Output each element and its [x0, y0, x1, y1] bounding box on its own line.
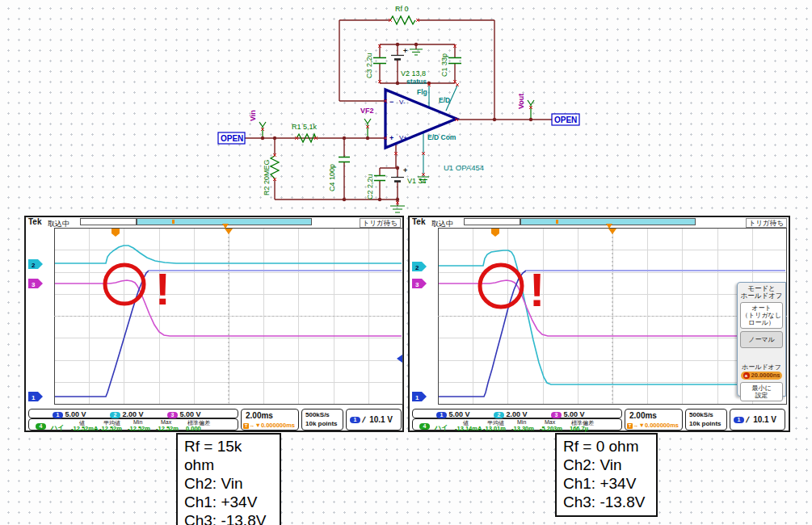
probe-vf2[interactable]	[364, 119, 371, 138]
battery-v2[interactable]	[391, 56, 404, 60]
trigger-readout[interactable]: 1 / 10.1 V	[346, 409, 402, 430]
channel-markers[interactable]: 2 3 1	[412, 262, 427, 401]
sample-rate: 500kS/s	[689, 411, 713, 418]
vin-label: Vin	[249, 110, 257, 121]
note-line: Ch2: Vin	[563, 456, 648, 474]
probe-vout[interactable]	[528, 100, 534, 120]
record-trigger-icon	[606, 224, 612, 229]
note-line: Rf = 15k ohm	[184, 437, 271, 474]
tek-logo: Tek	[412, 217, 426, 226]
holdoff-value-field[interactable]: a 20.0000ns	[741, 372, 782, 380]
simulator-canvas: OPEN OPEN Rf 0 C3 2,2u V2 13,8 + C1 33p …	[0, 0, 812, 525]
channel-scales: 1 5.00 V 2 2.00 V 3 5.00 V	[28, 409, 238, 418]
meas-header-min: Min	[517, 419, 526, 425]
measurement-name: ハイ	[435, 423, 448, 432]
ch1-scale[interactable]: 1 5.00 V	[436, 410, 470, 418]
trigger-delay-icon: T	[243, 423, 249, 429]
trigger-status: トリガ待ち	[360, 218, 401, 228]
trigger-level: 10.1 V	[369, 415, 393, 424]
record-view-tick-icon	[172, 220, 175, 224]
graticule	[438, 228, 787, 405]
status-label-2: Flg	[417, 88, 427, 96]
annotation-note-left: Rf = 15k ohm Ch2: Vin Ch1: +34V Ch3: -13…	[176, 433, 281, 525]
edcom-label: E/D Com	[427, 133, 456, 141]
trigger-delay-icon: T	[627, 423, 633, 429]
oscilloscope-capture-right: 2 3 1 ! Tek 取込中 トリガ待ち 1 5.00 V 2 2.00 V …	[408, 216, 790, 432]
note-line: Ch2: Vin	[184, 474, 271, 493]
measurement-readout: 4 ハイ 値 平均値 Min Max 標準偏差 -13.14mA -13.01m…	[412, 418, 622, 430]
menu-button-set-minimum[interactable]: 最小に設定	[740, 382, 783, 401]
oscilloscope-capture-left: 2 3 1 ! Tek 取込中 トリガ待ち 1 5.00 V 2 2.00 V …	[24, 216, 404, 432]
menu-button-normal[interactable]: ノーマル	[740, 331, 783, 348]
capacitor-c2[interactable]	[374, 176, 385, 181]
meas-value: -12.52mA	[71, 425, 98, 432]
tek-logo: Tek	[28, 217, 42, 226]
ch1-badge: 1	[53, 412, 63, 418]
ch3-scale[interactable]: 3 5.00 V	[167, 410, 201, 418]
timebase-readout[interactable]: 2.00ms T→▼0.000000ms	[241, 409, 299, 430]
trigger-level: 10.1 V	[753, 415, 776, 424]
menu-button-auto[interactable]: オート（トリガなしロール）	[740, 302, 783, 329]
r2-label: R2 20MEG	[263, 159, 271, 195]
pin-marks	[261, 19, 532, 204]
sample-rate-readout: 500kS/s 10k points	[301, 409, 343, 430]
ch1-badge: 1	[436, 412, 447, 418]
opamp-vplus: V+	[399, 134, 407, 141]
svg-text:3: 3	[32, 281, 36, 288]
annotation-note-right: Rf = 0 ohm Ch2: Vin Ch1: +34V Ch3: -13.8…	[555, 433, 658, 517]
trigger-readout[interactable]: 1 / 10.1 V	[730, 409, 785, 430]
meas-header-min: Min	[133, 419, 142, 425]
scope-topbar: Tek 取込中 トリガ待ち	[410, 217, 789, 228]
ch2-scale[interactable]: 2 2.00 V	[110, 410, 144, 418]
probe-vin[interactable]	[259, 122, 266, 138]
meas-std: 0.000	[186, 425, 201, 432]
note-line: Ch3: -13.8V	[184, 511, 271, 525]
capacitor-c1[interactable]	[448, 58, 461, 64]
channel-markers[interactable]: 2 3 1	[28, 259, 43, 401]
meas-value: -13.14mA	[455, 425, 482, 432]
rf-label: Rf 0	[395, 5, 409, 13]
ch4-badge: 4	[36, 423, 46, 430]
measurement-readout: 4 ハイ 値 平均値 Min Max 標準偏差 -12.52mA -12.52m…	[28, 418, 238, 430]
c2-label: C2 2,2u	[366, 174, 374, 200]
note-line: Rf = 0 ohm	[563, 437, 648, 456]
v1-label: V1 34	[407, 177, 427, 185]
record-view-tick-icon	[556, 220, 558, 224]
record-trigger-icon	[222, 224, 229, 229]
record-length: 10k points	[689, 420, 722, 427]
u1-label: U1 OPA454	[444, 163, 484, 172]
ch1-scale[interactable]: 1 5.00 V	[53, 410, 86, 418]
c1-label: C1 33p	[440, 53, 448, 77]
capacitor-c4[interactable]	[339, 158, 350, 162]
meas-mean: -13.01m	[483, 425, 506, 432]
open-jumper-output[interactable]: OPEN	[552, 114, 579, 125]
ch3-scale[interactable]: 3 5.00 V	[551, 410, 585, 418]
measurement-name: ハイ	[51, 423, 64, 432]
opamp-vminus: V-	[399, 99, 406, 106]
wires	[245, 20, 552, 206]
capacitor-c3[interactable]	[373, 58, 386, 64]
svg-text:3: 3	[415, 281, 419, 288]
open-jumper-input[interactable]: OPEN	[218, 132, 245, 144]
sample-rate: 500kS/s	[305, 411, 330, 418]
battery-v1[interactable]	[391, 178, 404, 182]
menu-header: モードとホールドオフ	[739, 285, 784, 300]
svg-text:2: 2	[415, 264, 419, 271]
sample-rate-readout: 500kS/s 10k points	[685, 409, 727, 430]
vout-label: Vout	[517, 94, 525, 109]
v1-plus: +	[403, 166, 407, 174]
record-view-pre	[464, 218, 520, 225]
resistor-rf[interactable]	[390, 16, 415, 24]
scope-topbar: Tek 取込中 トリガ待ち	[26, 217, 402, 228]
ch2-scale[interactable]: 2 2.00 V	[494, 410, 528, 418]
timebase-readout[interactable]: 2.00ms T→▼0.000000ms	[625, 409, 683, 430]
trigger-delay: →▼0.000000ms	[633, 422, 679, 429]
schematic: OPEN OPEN Rf 0 C3 2,2u V2 13,8 + C1 33p …	[0, 0, 812, 215]
ch3-badge: 3	[551, 412, 562, 418]
ch2-badge: 2	[110, 412, 120, 418]
c3-label: C3 2,2u	[365, 52, 373, 78]
svg-text:1: 1	[415, 394, 419, 401]
meas-max: -5.203m	[540, 425, 562, 432]
ch3-badge: 3	[167, 412, 178, 418]
resistor-r2[interactable]	[271, 156, 279, 178]
